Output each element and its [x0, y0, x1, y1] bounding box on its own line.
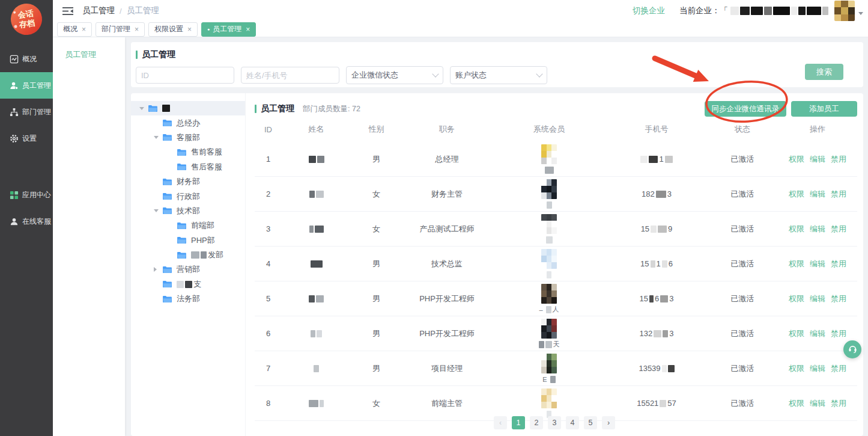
tree-node[interactable]: 技术部: [131, 204, 245, 218]
cell-name: [282, 260, 351, 268]
sidebar-item-app-center[interactable]: 应用中心: [0, 182, 53, 208]
action-disable[interactable]: 禁用: [831, 293, 846, 304]
action-disable[interactable]: 禁用: [831, 259, 846, 269]
member-avatar: [541, 319, 557, 339]
redaction-block: [658, 226, 667, 233]
tab-close-icon[interactable]: ×: [135, 25, 139, 34]
tree-node[interactable]: 前端部: [131, 218, 245, 233]
tree-node[interactable]: 财务部: [131, 174, 245, 189]
redaction-block: [317, 330, 322, 337]
table-row: 6男PHP开发工程师天1323已激活权限编辑禁用: [255, 316, 857, 351]
folder-icon: [162, 192, 172, 200]
cell-actions: 权限编辑禁用: [778, 398, 857, 409]
member-name: – 人: [539, 306, 559, 313]
tree-node[interactable]: 总经办: [131, 115, 245, 130]
prev-page-button[interactable]: ‹: [494, 416, 507, 429]
search-button[interactable]: 搜索: [805, 64, 843, 80]
caret-down-icon[interactable]: [858, 12, 863, 15]
action-permission[interactable]: 权限: [789, 363, 804, 374]
caret-down-icon[interactable]: [139, 107, 145, 110]
action-edit[interactable]: 编辑: [810, 293, 825, 304]
action-permission[interactable]: 权限: [789, 189, 804, 200]
action-disable[interactable]: 禁用: [831, 328, 846, 339]
text-fragment: 1: [657, 259, 661, 268]
sidebar-item-online-support[interactable]: 在线客服: [0, 208, 53, 235]
page-button-5[interactable]: 5: [584, 416, 597, 429]
action-edit[interactable]: 编辑: [810, 328, 825, 339]
cell-gender: 女: [351, 224, 402, 235]
page-button-1[interactable]: 1: [512, 416, 525, 429]
tree-node[interactable]: 营销部: [131, 262, 245, 277]
online-support-float-button[interactable]: [843, 340, 861, 358]
tab-2[interactable]: ●权限设置×: [148, 22, 198, 37]
action-edit[interactable]: 编辑: [810, 224, 825, 235]
caret-down-icon[interactable]: [154, 136, 159, 139]
action-permission[interactable]: 权限: [789, 259, 804, 269]
sidebar-item-settings[interactable]: 设置: [0, 125, 53, 152]
tree-node[interactable]: 售前客服: [131, 145, 245, 159]
tree-node[interactable]: PHP部: [131, 233, 245, 248]
action-edit[interactable]: 编辑: [810, 398, 825, 409]
tree-node[interactable]: 支: [131, 277, 245, 292]
caret-right-icon[interactable]: [154, 267, 159, 272]
sidebar-item-employee-management[interactable]: 员工管理: [0, 72, 53, 99]
member-name: [547, 201, 552, 209]
tree-node[interactable]: 行政部: [131, 189, 245, 203]
tree-node[interactable]: [131, 101, 245, 115]
action-disable[interactable]: 禁用: [831, 189, 846, 200]
action-permission[interactable]: 权限: [789, 293, 804, 304]
tree-node-label: [162, 105, 170, 112]
redaction-block: [660, 295, 668, 302]
tab-close-icon[interactable]: ×: [187, 25, 192, 34]
cell-member: [492, 144, 606, 174]
action-permission[interactable]: 权限: [789, 154, 804, 165]
id-input[interactable]: [136, 67, 234, 84]
add-employee-button[interactable]: 添加员工: [791, 101, 857, 117]
collapse-menu-icon[interactable]: [62, 7, 73, 16]
cell-id: 5: [255, 294, 282, 303]
tree-node[interactable]: 法务部: [131, 292, 245, 306]
submenu-item-0[interactable]: 员工管理: [53, 48, 125, 61]
switch-company-link[interactable]: 切换企业: [633, 5, 665, 16]
action-permission[interactable]: 权限: [789, 224, 804, 235]
tab-0[interactable]: ●概况×: [57, 22, 92, 37]
action-permission[interactable]: 权限: [789, 328, 804, 339]
action-disable[interactable]: 禁用: [831, 224, 846, 235]
page-button-4[interactable]: 4: [566, 416, 579, 429]
action-edit[interactable]: 编辑: [810, 154, 825, 165]
status-badge: 已激活: [707, 293, 778, 304]
sidebar-item-department-management[interactable]: 部门管理: [0, 99, 53, 125]
tree-node[interactable]: 客服部: [131, 130, 245, 145]
action-permission[interactable]: 权限: [789, 398, 804, 409]
tab-3[interactable]: ●员工管理×: [201, 22, 256, 37]
page-button-3[interactable]: 3: [548, 416, 561, 429]
account-status-select[interactable]: 账户状态: [450, 66, 547, 84]
action-disable[interactable]: 禁用: [831, 363, 846, 374]
user-avatar[interactable]: [834, 1, 855, 21]
tab-close-icon[interactable]: ×: [246, 25, 250, 34]
wechat-status-select[interactable]: 企业微信状态: [346, 66, 443, 84]
folder-icon: [148, 105, 158, 112]
tab-close-icon[interactable]: ×: [82, 25, 86, 34]
action-edit[interactable]: 编辑: [810, 189, 825, 200]
sidebar-item-overview[interactable]: 概况: [0, 46, 53, 72]
action-disable[interactable]: 禁用: [831, 398, 846, 409]
cell-id: 3: [255, 224, 282, 233]
sync-wechat-contacts-button[interactable]: 同步企业微信通讯录: [705, 101, 787, 117]
page-button-2[interactable]: 2: [530, 416, 543, 429]
tab-1[interactable]: ●部门管理×: [96, 22, 145, 37]
name-phone-input[interactable]: [241, 67, 339, 84]
action-edit[interactable]: 编辑: [810, 259, 825, 269]
caret-down-icon[interactable]: [154, 209, 159, 212]
folder-icon: [162, 119, 172, 127]
action-disable[interactable]: 禁用: [831, 154, 846, 165]
next-page-button[interactable]: ›: [602, 416, 615, 429]
tree-node[interactable]: 售后客服: [131, 160, 245, 174]
folder-icon: [177, 251, 187, 259]
status-badge: 已激活: [707, 363, 778, 374]
cell-id: 4: [255, 259, 282, 268]
tree-node[interactable]: 发部: [131, 248, 245, 262]
sidebar-item-label: 概况: [22, 54, 37, 64]
filter-row: 企业微信状态 账户状态: [136, 66, 863, 84]
action-edit[interactable]: 编辑: [810, 363, 825, 374]
